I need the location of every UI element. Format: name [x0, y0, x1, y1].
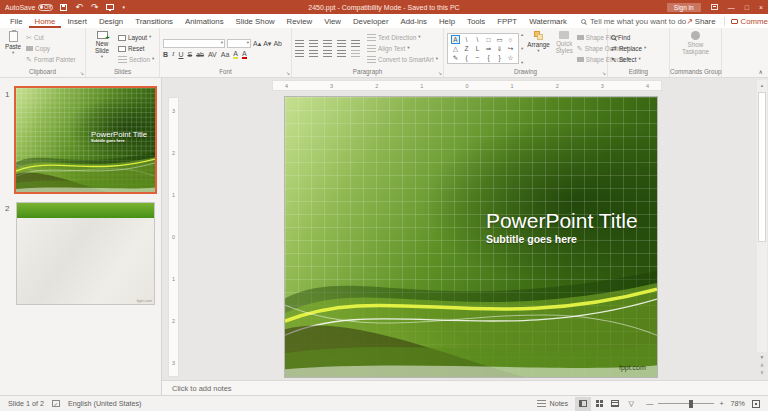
justify-icon[interactable]: [337, 50, 346, 57]
shrink-font-button[interactable]: A▾: [263, 40, 271, 47]
underline-button[interactable]: U: [178, 51, 183, 58]
tab-watermark[interactable]: Watermark: [523, 14, 573, 28]
start-from-beginning-icon[interactable]: [106, 4, 114, 10]
tab-tools[interactable]: Tools: [461, 14, 491, 28]
collapse-ribbon-icon[interactable]: ∧: [759, 68, 763, 75]
shape-icon-triangle[interactable]: △: [453, 45, 458, 53]
autosave-toggle[interactable]: AutoSave Off: [5, 4, 53, 11]
dialog-launcher-icon[interactable]: ↘: [602, 71, 606, 76]
sign-in-button[interactable]: Sign in: [667, 3, 701, 12]
font-size-combobox[interactable]: ▾: [227, 39, 251, 48]
vertical-scrollbar[interactable]: ▴: [757, 80, 767, 352]
tab-insert[interactable]: Insert: [61, 14, 93, 28]
tab-fppt[interactable]: FPPT: [491, 14, 523, 28]
shape-icon-bent-arrow[interactable]: ↪: [508, 45, 513, 53]
shape-icon-elbow[interactable]: L: [476, 45, 480, 52]
bold-button[interactable]: B: [163, 51, 168, 58]
italic-button[interactable]: I: [172, 51, 174, 58]
share-button[interactable]: ↗Share: [686, 17, 724, 26]
dialog-launcher-icon[interactable]: ↘: [80, 71, 84, 76]
align-right-icon[interactable]: [323, 50, 332, 57]
columns-icon[interactable]: [351, 50, 360, 57]
shape-icon-down-arrow[interactable]: ⇓: [497, 45, 502, 53]
language-indicator[interactable]: English (United States): [68, 399, 142, 408]
slide-title-text[interactable]: PowerPoint Title: [486, 209, 638, 233]
comments-button[interactable]: Comments: [731, 17, 768, 26]
shape-icon-rounded-rectangle[interactable]: ▭: [496, 36, 502, 44]
bullets-icon[interactable]: [295, 40, 304, 47]
align-center-icon[interactable]: [309, 50, 318, 57]
shape-icon-rectangle[interactable]: □: [487, 36, 491, 43]
scroll-up-icon[interactable]: ▴: [757, 80, 767, 90]
new-slide-button[interactable]: + New Slide ▾: [89, 30, 115, 67]
align-text-button[interactable]: Align Text▾: [367, 45, 438, 52]
format-painter-button[interactable]: ✎Format Painter: [26, 56, 76, 63]
previous-slide-icon[interactable]: ∧: [760, 362, 764, 369]
shape-icon-right-brace[interactable]: }: [498, 54, 500, 61]
spell-check-icon[interactable]: ✓: [52, 400, 60, 407]
tab-file[interactable]: File: [4, 14, 29, 28]
increase-indent-icon[interactable]: [337, 40, 346, 47]
line-spacing-icon[interactable]: [351, 40, 360, 47]
fit-to-window-icon[interactable]: [752, 400, 760, 408]
reading-view-button[interactable]: [607, 397, 623, 411]
cut-button[interactable]: ✂Cut: [26, 34, 76, 41]
slide-thumbnail-1[interactable]: PowerPoint Title Subtitle goes here: [16, 88, 155, 192]
shapes-more-icon[interactable]: ▾: [521, 60, 523, 65]
shape-icon-curve[interactable]: ~: [476, 54, 480, 61]
paste-button[interactable]: Paste ▾: [3, 30, 23, 67]
reset-button[interactable]: Reset: [118, 45, 154, 52]
text-direction-button[interactable]: Text Direction▾: [367, 34, 438, 41]
slide-subtitle-text[interactable]: Subtitle goes here: [486, 233, 577, 245]
notes-toggle-button[interactable]: Notes: [537, 399, 568, 408]
show-taskpane-button[interactable]: Show Taskpane: [676, 30, 716, 67]
close-icon[interactable]: ×: [759, 4, 763, 11]
scroll-down-icon[interactable]: ▾: [761, 354, 764, 361]
tab-slide-show[interactable]: Slide Show: [230, 14, 281, 28]
align-left-icon[interactable]: [295, 50, 304, 57]
minimize-icon[interactable]: —: [728, 4, 735, 11]
shape-icon-connector[interactable]: Z: [465, 45, 469, 52]
save-icon[interactable]: [60, 4, 67, 11]
shape-icon-oval[interactable]: ○: [509, 36, 513, 43]
copy-button[interactable]: Copy: [26, 45, 76, 52]
highlight-color-button[interactable]: A: [233, 50, 238, 59]
shape-icon-textbox[interactable]: A: [451, 35, 459, 44]
text-shadow-button[interactable]: ab: [196, 51, 204, 58]
layout-button[interactable]: Layout▾: [118, 34, 154, 41]
next-slide-icon[interactable]: ∨: [760, 369, 764, 376]
dialog-launcher-icon[interactable]: ↘: [438, 71, 442, 76]
slide-canvas[interactable]: PowerPoint Title Subtitle goes here fppt…: [285, 97, 657, 377]
clear-formatting-button[interactable]: Ab: [273, 40, 282, 47]
redo-icon[interactable]: ↷: [91, 3, 99, 12]
strikethrough-button[interactable]: S: [187, 51, 192, 58]
undo-icon[interactable]: ↶: [75, 3, 83, 12]
dialog-launcher-icon[interactable]: ↘: [286, 71, 290, 76]
tab-design[interactable]: Design: [93, 14, 129, 28]
zoom-slider-knob[interactable]: [689, 400, 693, 408]
slide-sorter-view-button[interactable]: [591, 397, 607, 411]
customize-qat-icon[interactable]: ▾: [122, 5, 125, 10]
slide-thumbnail-2[interactable]: fppt.com: [16, 202, 155, 305]
tab-developer[interactable]: Developer: [347, 14, 395, 28]
tell-me-search[interactable]: Tell me what you want to do: [581, 17, 686, 26]
decrease-indent-icon[interactable]: [323, 40, 332, 47]
numbering-icon[interactable]: [309, 40, 318, 47]
select-button[interactable]: ↖Select▾: [611, 56, 646, 63]
normal-view-button[interactable]: [575, 397, 591, 411]
font-color-button[interactable]: A: [242, 50, 247, 59]
replace-button[interactable]: ⇄Replace▾: [611, 45, 646, 52]
tab-review[interactable]: Review: [281, 14, 319, 28]
quick-styles-button[interactable]: Quick Styles: [554, 30, 575, 67]
character-spacing-button[interactable]: AV: [208, 51, 217, 58]
zoom-out-button[interactable]: —: [646, 399, 653, 408]
arrange-button[interactable]: Arrange ▾: [525, 30, 551, 67]
font-name-combobox[interactable]: ▾: [163, 39, 225, 48]
find-button[interactable]: Find: [611, 34, 646, 41]
slide-show-button[interactable]: ▽: [623, 397, 639, 411]
convert-smartart-button[interactable]: Convert to SmartArt▾: [367, 56, 438, 63]
tab-animations[interactable]: Animations: [179, 14, 230, 28]
tab-transitions[interactable]: Transitions: [129, 14, 179, 28]
shape-icon-right-arrow[interactable]: ⇒: [486, 45, 491, 53]
notes-pane[interactable]: Click to add notes: [162, 380, 768, 395]
